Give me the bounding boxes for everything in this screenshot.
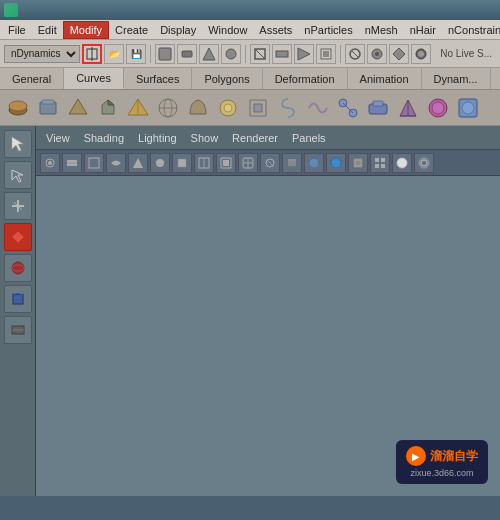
shelf-icon-6[interactable]: [154, 94, 182, 122]
viewport-canvas[interactable]: ▶ 溜溜自学 zixue.3d66.com: [36, 176, 500, 496]
shelf-icon-10[interactable]: [274, 94, 302, 122]
vp-menu-lighting[interactable]: Lighting: [132, 130, 183, 146]
vp-btn-grid[interactable]: [370, 153, 390, 173]
tab-polygons[interactable]: Polygons: [192, 68, 262, 89]
shelf-icon-4[interactable]: [94, 94, 122, 122]
shelf-icon-7[interactable]: [184, 94, 212, 122]
extra-btn[interactable]: [4, 316, 32, 344]
vp-menu-shading[interactable]: Shading: [78, 130, 130, 146]
svg-rect-80: [353, 158, 363, 168]
svg-rect-2: [159, 48, 171, 60]
shelf-icon-12[interactable]: [334, 94, 362, 122]
shelf-icon-14[interactable]: [394, 94, 422, 122]
shelf-icon-3[interactable]: [64, 94, 92, 122]
svg-marker-64: [133, 158, 143, 168]
tab-animation[interactable]: Animation: [348, 68, 422, 89]
shelf-icon-2[interactable]: [34, 94, 62, 122]
toolbar-btn-7[interactable]: [294, 44, 314, 64]
shelf-icon-1[interactable]: [4, 94, 32, 122]
shelf-icon-16[interactable]: [454, 94, 482, 122]
toolbar-btn-5[interactable]: [250, 44, 270, 64]
menu-nconstraint[interactable]: nConstraint: [442, 22, 500, 38]
menu-assets[interactable]: Assets: [253, 22, 298, 38]
svg-rect-22: [42, 100, 54, 104]
toolbar-btn-1[interactable]: [155, 44, 175, 64]
menu-display[interactable]: Display: [154, 22, 202, 38]
move-tool-btn[interactable]: [4, 161, 32, 189]
toolbar-btn-9[interactable]: [345, 44, 365, 64]
vp-btn-blue[interactable]: [326, 153, 346, 173]
sphere-btn[interactable]: [4, 254, 32, 282]
toolbar-btn-12[interactable]: [411, 44, 431, 64]
toolbar-btn-save[interactable]: 💾: [126, 44, 146, 64]
toolbar-btn-2[interactable]: [177, 44, 197, 64]
menu-edit[interactable]: Edit: [32, 22, 63, 38]
scale-tool-btn[interactable]: [4, 223, 32, 251]
vp-btn-white-circle[interactable]: [392, 153, 412, 173]
toolbar-sep-2: [245, 45, 246, 63]
dynamics-dropdown[interactable]: nDynamics: [4, 45, 80, 63]
menu-nmesh[interactable]: nMesh: [359, 22, 404, 38]
toolbar-btn-6[interactable]: [272, 44, 292, 64]
vp-btn-gear[interactable]: [414, 153, 434, 173]
toolbar-btn-open[interactable]: 📂: [104, 44, 124, 64]
watermark-play-icon: ▶: [406, 446, 426, 466]
vp-btn-9[interactable]: [216, 153, 236, 173]
svg-point-79: [331, 158, 341, 168]
shelf-icon-15[interactable]: [424, 94, 452, 122]
tab-surfaces[interactable]: Surfaces: [124, 68, 192, 89]
vp-btn-3[interactable]: [84, 153, 104, 173]
svg-rect-84: [375, 164, 379, 168]
menu-file[interactable]: File: [2, 22, 32, 38]
vp-btn-14[interactable]: [348, 153, 368, 173]
svg-point-43: [432, 102, 444, 114]
vp-menu-show[interactable]: Show: [185, 130, 225, 146]
toolbar-btn-10[interactable]: [367, 44, 387, 64]
vp-menu-view[interactable]: View: [40, 130, 76, 146]
tab-general[interactable]: General: [0, 68, 64, 89]
menu-nhair[interactable]: nHair: [404, 22, 442, 38]
menu-window[interactable]: Window: [202, 22, 253, 38]
main-area: View Shading Lighting Show Renderer Pane…: [0, 126, 500, 496]
vp-menu-panels[interactable]: Panels: [286, 130, 332, 146]
shelf-icon-5[interactable]: [124, 94, 152, 122]
svg-marker-9: [298, 48, 310, 60]
menu-modify[interactable]: Modify: [63, 21, 109, 39]
vp-btn-1[interactable]: [40, 153, 60, 173]
svg-point-52: [12, 262, 24, 274]
toolbar-btn-8[interactable]: [316, 44, 336, 64]
rotate-tool-btn[interactable]: [4, 192, 32, 220]
tab-deformation[interactable]: Deformation: [263, 68, 348, 89]
vp-btn-10[interactable]: [238, 153, 258, 173]
vp-btn-7[interactable]: [172, 153, 192, 173]
vp-btn-6[interactable]: [150, 153, 170, 173]
box-btn[interactable]: [4, 285, 32, 313]
vp-btn-13[interactable]: [304, 153, 324, 173]
vp-btn-4[interactable]: [106, 153, 126, 173]
vp-btn-2[interactable]: [62, 153, 82, 173]
viewport-menubar: View Shading Lighting Show Renderer Pane…: [36, 126, 500, 150]
shelf-icon-9[interactable]: [244, 94, 272, 122]
vp-menu-renderer[interactable]: Renderer: [226, 130, 284, 146]
toolbar-btn-11[interactable]: [389, 44, 409, 64]
toolbar-btn-3[interactable]: [199, 44, 219, 64]
watermark-brand: 溜溜自学: [430, 448, 478, 465]
tab-dynamics[interactable]: Dynam...: [422, 68, 491, 89]
shelf-icon-8[interactable]: [214, 94, 242, 122]
toolbar-btn-highlight[interactable]: [82, 44, 102, 64]
select-tool-btn[interactable]: [4, 130, 32, 158]
vp-btn-5[interactable]: [128, 153, 148, 173]
tab-curves[interactable]: Curves: [64, 68, 124, 89]
vp-btn-12[interactable]: [282, 153, 302, 173]
svg-point-87: [421, 160, 427, 166]
toolbar-btn-4[interactable]: [221, 44, 241, 64]
vp-btn-8[interactable]: [194, 153, 214, 173]
icon-shelf: [0, 90, 500, 126]
svg-marker-25: [108, 100, 114, 105]
shelf-icon-11[interactable]: [304, 94, 332, 122]
shelf-icon-13[interactable]: [364, 94, 392, 122]
menu-create[interactable]: Create: [109, 22, 154, 38]
vp-btn-11[interactable]: [260, 153, 280, 173]
menu-nparticles[interactable]: nParticles: [298, 22, 358, 38]
svg-rect-83: [381, 158, 385, 162]
